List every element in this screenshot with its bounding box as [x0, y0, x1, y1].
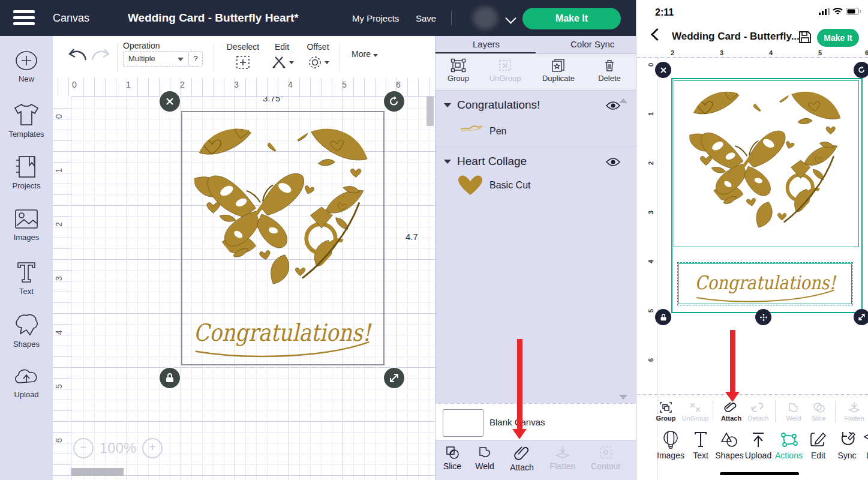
sidebar-item-images[interactable]: Images — [0, 208, 53, 242]
save-floppy-icon[interactable] — [798, 30, 812, 44]
duplicate-button[interactable]: Duplicate — [536, 58, 581, 83]
sidebar-item-label: Templates — [8, 130, 44, 139]
mobile-congratulations-script[interactable] — [679, 263, 852, 306]
menu-icon[interactable] — [13, 10, 35, 26]
more-button[interactable]: More — [347, 49, 383, 59]
home-indicator[interactable] — [720, 472, 799, 475]
redo-icon[interactable] — [90, 47, 110, 65]
ungroup-icon — [497, 58, 513, 73]
make-it-button[interactable]: Make It — [522, 8, 621, 29]
mobile-resize-handle[interactable] — [854, 309, 868, 325]
slice-button[interactable]: Slice — [439, 445, 465, 471]
mobile-shapes-tab[interactable]: Shapes — [713, 431, 746, 460]
delete-button[interactable]: Delete — [593, 58, 626, 83]
mobile-heart-collage-artwork[interactable] — [677, 80, 855, 248]
sidebar-item-label: New — [19, 74, 34, 83]
congratulations-script[interactable] — [185, 307, 380, 362]
back-chevron-icon[interactable] — [651, 28, 663, 41]
mobile-rotate-handle[interactable] — [854, 62, 868, 78]
divider — [451, 11, 452, 25]
delete-handle[interactable] — [160, 91, 180, 112]
tab-color-sync[interactable]: Color Sync — [570, 39, 614, 49]
offset-icon — [307, 55, 323, 70]
signal-icon — [819, 8, 830, 15]
mobile-lock-handle[interactable] — [655, 309, 671, 325]
mobile-edit-tab[interactable]: Edit — [806, 431, 830, 460]
mobile-upload-tab[interactable]: Upload — [743, 431, 774, 460]
mobile-layers-tab-truncated[interactable]: L — [863, 431, 868, 460]
actions-icon — [779, 431, 798, 449]
mobile-ungroup-button[interactable]: UnGroup — [679, 401, 711, 422]
mobile-weld-button[interactable]: Weld — [782, 401, 805, 422]
blank-canvas-swatch[interactable] — [443, 409, 483, 437]
group-button[interactable]: Group — [443, 58, 474, 83]
layer-group-heart-collage[interactable]: Heart Collage — [435, 152, 636, 173]
mobile-text-tab[interactable]: Text — [689, 431, 713, 460]
sidebar-item-projects[interactable]: Projects — [0, 155, 53, 190]
zoom-out-button[interactable]: − — [73, 438, 94, 458]
visibility-eye-icon[interactable] — [605, 157, 621, 169]
mobile-make-it-button[interactable]: Make It — [817, 29, 859, 47]
mobile-delete-handle[interactable] — [655, 62, 671, 78]
sidebar-item-new[interactable]: New — [0, 49, 53, 83]
mobile-sync-tab[interactable]: Sync — [834, 431, 860, 460]
sync-icon — [839, 431, 855, 449]
mobile-attach-button[interactable]: Attach — [719, 401, 744, 422]
sidebar-item-label: Text — [19, 287, 34, 296]
blank-canvas-row[interactable]: Blank Canvas — [435, 403, 636, 440]
undo-icon[interactable] — [68, 47, 88, 65]
mobile-position-handle[interactable] — [755, 309, 771, 325]
caret-icon — [373, 54, 378, 57]
tab-layers[interactable]: Layers — [473, 39, 500, 49]
mobile-project-title: Wedding Card - Butterfly... — [672, 31, 800, 43]
upload-icon — [750, 431, 766, 449]
disclosure-triangle-icon[interactable] — [444, 103, 451, 107]
horizontal-scrollbar[interactable] — [71, 468, 124, 476]
weld-button[interactable]: Weld — [470, 445, 499, 471]
deselect-button[interactable]: Deselect — [222, 42, 264, 70]
sidebar-item-upload[interactable]: Upload — [0, 366, 53, 399]
offset-button[interactable]: Offset — [300, 42, 336, 70]
scroll-up-icon[interactable] — [619, 98, 627, 103]
avatar[interactable] — [473, 7, 498, 29]
contour-button[interactable]: Contour — [587, 445, 625, 471]
chevron-down-icon[interactable] — [505, 13, 516, 23]
edit-button[interactable]: Edit — [266, 42, 298, 70]
layer-group-congratulations[interactable]: Congratulations! — [435, 96, 636, 116]
trash-icon — [602, 58, 617, 73]
scroll-down-icon[interactable] — [619, 395, 627, 400]
rotate-handle[interactable] — [384, 91, 404, 112]
lock-handle[interactable] — [160, 368, 180, 388]
resize-handle[interactable] — [384, 368, 404, 388]
sidebar-item-templates[interactable]: Templates — [0, 102, 53, 139]
mobile-ruler-line — [637, 57, 868, 58]
zoom-in-button[interactable]: + — [142, 438, 163, 458]
design-canvas[interactable]: 3.75" 4.7 − 100% + — [53, 78, 435, 480]
ruler-horizontal: 0 1 2 3 4 5 6 — [53, 78, 435, 97]
selection-height-label: 4.7 — [406, 232, 418, 242]
disclosure-triangle-icon[interactable] — [444, 160, 451, 164]
ungroup-button[interactable]: UnGroup — [485, 58, 525, 83]
sidebar-item-label: Images — [14, 233, 40, 242]
mobile-slice-button[interactable]: Slice — [807, 401, 830, 422]
heart-layer-thumbnail — [458, 174, 482, 199]
layer-item-basic-cut[interactable]: Basic Cut — [435, 173, 636, 199]
sidebar-item-text[interactable]: Text — [0, 260, 53, 296]
operation-select[interactable]: Multiple — [123, 51, 189, 67]
flatten-button[interactable]: Flatten — [545, 445, 581, 471]
mobile-actions-tab[interactable]: Actions — [773, 431, 805, 460]
top-navbar: Canvas Wedding Card - Butterfly Heart* M… — [0, 0, 636, 36]
flatten-icon — [555, 445, 570, 460]
layer-item-pen[interactable]: Pen — [435, 119, 636, 145]
mobile-flatten-button[interactable]: Flatten — [840, 401, 868, 422]
mobile-images-tab[interactable]: Images — [654, 431, 687, 460]
sidebar-item-shapes[interactable]: Shapes — [0, 313, 53, 349]
save-link[interactable]: Save — [416, 13, 436, 23]
divider — [340, 43, 340, 71]
help-button[interactable]: ? — [188, 51, 203, 67]
mobile-detach-button[interactable]: Detach — [745, 401, 771, 422]
attach-button[interactable]: Attach — [505, 445, 539, 472]
heart-collage-artwork[interactable] — [186, 115, 378, 307]
my-projects-link[interactable]: My Projects — [352, 13, 399, 23]
mobile-group-button[interactable]: Group — [653, 401, 679, 422]
